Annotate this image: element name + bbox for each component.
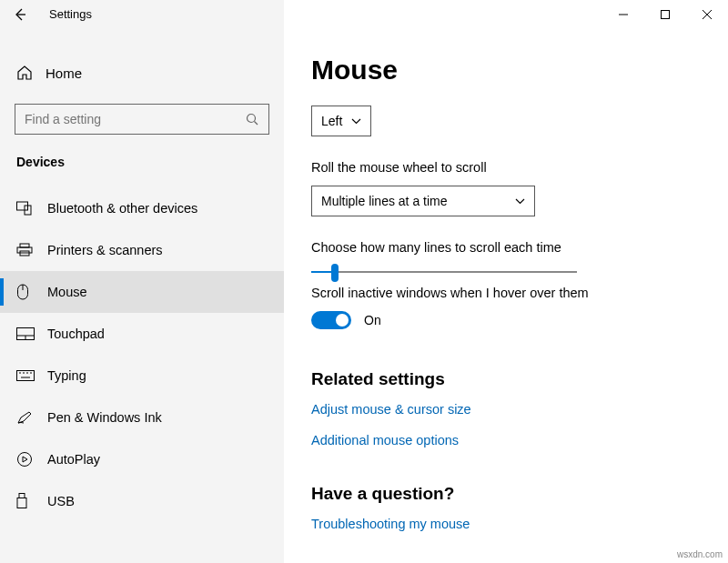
wheel-scroll-label: Roll the mouse wheel to scroll [311,160,701,175]
keyboard-icon [16,370,38,381]
content-pane: Mouse Left Roll the mouse wheel to scrol… [284,29,728,563]
sidebar-item-mouse[interactable]: Mouse [0,271,284,313]
home-icon [16,65,38,81]
sidebar-item-label: USB [47,494,75,508]
primary-button-select[interactable]: Left [311,106,371,136]
maximize-button[interactable] [644,0,686,29]
sidebar-item-label: Bluetooth & other devices [47,201,197,216]
sidebar-item-label: Typing [47,368,86,383]
sidebar-item-label: Pen & Windows Ink [47,410,162,425]
hover-scroll-toggle[interactable] [311,311,351,329]
lines-scroll-label: Choose how many lines to scroll each tim… [311,240,701,255]
window-title: Settings [40,0,92,29]
related-settings-heading: Related settings [311,369,701,389]
chevron-down-icon [515,198,525,205]
back-button[interactable] [0,0,40,29]
sidebar-item-label: Printers & scanners [47,243,163,257]
sidebar-item-printers[interactable]: Printers & scanners [0,229,284,271]
sidebar-item-label: Mouse [47,285,87,299]
search-input[interactable] [25,112,246,126]
autoplay-icon [16,451,38,467]
toggle-knob [336,314,349,327]
wheel-scroll-value: Multiple lines at a time [321,194,448,208]
sidebar-item-usb[interactable]: USB [0,480,284,522]
category-header: Devices [0,155,284,187]
search-icon [246,113,259,126]
svg-rect-1 [662,11,670,19]
watermark: wsxdn.com [677,549,723,559]
svg-line-5 [255,121,258,125]
svg-rect-9 [17,247,32,253]
home-button[interactable]: Home [0,55,284,91]
sidebar-item-typing[interactable]: Typing [0,355,284,397]
mouse-icon [16,284,38,300]
home-label: Home [46,65,82,81]
sidebar-item-label: Touchpad [47,327,105,341]
svg-rect-8 [20,244,29,247]
sidebar: Home Devices Bluetooth & other devices P… [0,29,284,563]
hover-scroll-state: On [364,313,381,327]
sidebar-item-autoplay[interactable]: AutoPlay [0,438,284,480]
lines-scroll-slider[interactable] [311,271,577,273]
svg-rect-24 [17,498,26,508]
usb-icon [16,493,38,509]
devices-icon [16,201,38,216]
svg-point-4 [248,114,256,122]
wheel-scroll-select[interactable]: Multiple lines at a time [311,186,535,216]
svg-rect-23 [19,494,25,498]
sidebar-item-pen[interactable]: Pen & Windows Ink [0,397,284,438]
have-question-heading: Have a question? [311,484,701,504]
sidebar-item-label: AutoPlay [47,452,100,467]
primary-button-value: Left [321,114,342,128]
pen-icon [16,410,38,425]
svg-rect-16 [17,371,35,381]
hover-scroll-label: Scroll inactive windows when I hover ove… [311,286,701,300]
search-box[interactable] [15,104,269,135]
page-title: Mouse [311,55,701,85]
troubleshoot-mouse-link[interactable]: Troubleshooting my mouse [311,517,701,531]
touchpad-icon [16,327,38,340]
slider-thumb[interactable] [331,264,339,282]
close-button[interactable] [686,0,728,29]
svg-point-22 [18,453,32,467]
minimize-button[interactable] [602,0,644,29]
printer-icon [16,243,38,257]
additional-mouse-options-link[interactable]: Additional mouse options [311,433,701,447]
sidebar-item-bluetooth[interactable]: Bluetooth & other devices [0,187,284,229]
chevron-down-icon [351,118,361,125]
adjust-mouse-cursor-link[interactable]: Adjust mouse & cursor size [311,402,701,417]
sidebar-item-touchpad[interactable]: Touchpad [0,313,284,355]
